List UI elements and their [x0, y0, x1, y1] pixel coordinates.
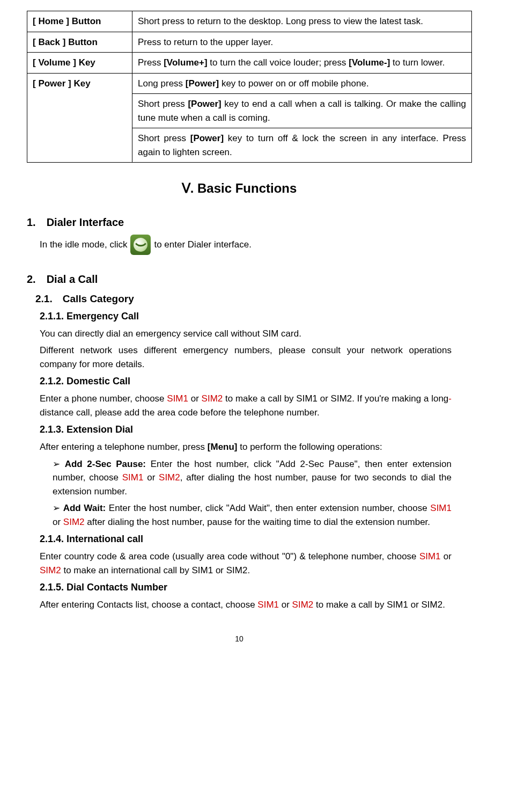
- text: to turn lower.: [390, 57, 445, 68]
- bold-text: [Volume-]: [349, 57, 390, 68]
- text: In the idle mode, click: [40, 238, 127, 252]
- text: to make an international call by SIM1 or…: [61, 565, 250, 575]
- paragraph: After entering a telephone number, press…: [40, 440, 452, 454]
- row-label: [ Home ] Button: [27, 11, 132, 32]
- table-row: [ Power ] Key Long press [Power] key to …: [27, 73, 472, 94]
- paragraph: Different network uses different emergen…: [40, 344, 452, 371]
- bullet-add-wait: ➢ Add Wait: Enter the host number, click…: [53, 501, 452, 529]
- sim1-text: SIM1: [257, 600, 279, 610]
- hyphen: -: [448, 393, 452, 404]
- row-desc: Short press [Power] key to turn off & lo…: [132, 128, 472, 163]
- text: or: [188, 393, 202, 404]
- bullet-title: Add Wait:: [63, 503, 109, 513]
- text: After entering Contacts list, choose a c…: [40, 600, 257, 610]
- heading-calls-category: 2.1. Calls Category: [35, 291, 452, 307]
- text: Short press: [138, 99, 188, 109]
- sim2-text: SIM2: [159, 472, 180, 483]
- table-row: [ Home ] Button Short press to return to…: [27, 11, 472, 32]
- row-desc: Short press to return to the desktop. Lo…: [132, 11, 472, 32]
- sim2-text: SIM2: [292, 600, 314, 610]
- text: After entering a telephone number, press: [40, 442, 208, 452]
- bullet-title: Add 2-Sec Pause:: [65, 459, 151, 469]
- text: or: [143, 472, 159, 483]
- heading-emergency-call: 2.1.1. Emergency Call: [40, 309, 452, 324]
- text: Long press: [138, 78, 186, 89]
- table-row: [ Back ] Button Press to return to the u…: [27, 32, 472, 53]
- paragraph: Enter a phone number, choose SIM1 or SIM…: [40, 392, 452, 419]
- heading-dial-contacts: 2.1.5. Dial Contacts Number: [40, 580, 452, 595]
- sim2-text: SIM2: [63, 517, 85, 527]
- table-row: [ Volume ] Key Press [Volume+] to turn t…: [27, 53, 472, 74]
- text: or: [441, 551, 452, 561]
- heading-dialer-interface: 1. Dialer Interface: [27, 214, 452, 230]
- heading-international-call: 2.1.4. International call: [40, 532, 452, 546]
- text: Press: [138, 57, 164, 68]
- sim1-text: SIM1: [430, 503, 452, 513]
- bold-text: [Power]: [190, 133, 224, 143]
- text: to perform the following operations:: [238, 442, 382, 452]
- phone-icon: [130, 235, 151, 255]
- bullet-arrow-icon: ➢: [53, 459, 60, 469]
- text: Enter country code & area code (usually …: [40, 551, 419, 561]
- row-desc: Short press [Power] key to end a call wh…: [132, 94, 472, 128]
- text: to make a call by SIM1 or SIM2. If you'r…: [223, 393, 448, 404]
- text: distance call, please add the area code …: [40, 407, 320, 418]
- bold-text: [Power]: [186, 78, 219, 89]
- text: Enter the host number, click "Add Wait",…: [109, 503, 431, 513]
- text: or: [53, 517, 63, 527]
- sim1-text: SIM1: [419, 551, 441, 561]
- bold-text: [Volume+]: [164, 57, 207, 68]
- paragraph: Enter country code & area code (usually …: [40, 550, 452, 577]
- bullet-arrow-icon: ➢: [53, 503, 60, 513]
- paragraph: You can directly dial an emergency servi…: [40, 327, 452, 341]
- text: to enter Dialer interface.: [154, 238, 251, 252]
- sim2-text: SIM2: [202, 393, 223, 404]
- heading-dial-call: 2. Dial a Call: [27, 271, 452, 287]
- sim2-text: SIM2: [40, 565, 61, 575]
- row-desc: Press to return to the upper layer.: [132, 32, 472, 53]
- row-desc: Press [Volume+] to turn the call voice l…: [132, 53, 472, 74]
- paragraph: After entering Contacts list, choose a c…: [40, 598, 452, 612]
- row-label: [ Power ] Key: [27, 73, 132, 163]
- text: after dialing the host number, pause for…: [85, 517, 431, 527]
- sim1-text: SIM1: [167, 393, 188, 404]
- row-desc: Long press [Power] key to power on or of…: [132, 73, 472, 94]
- text: to turn the call voice louder; press: [208, 57, 349, 68]
- text: Short press: [138, 133, 190, 143]
- row-label: [ Back ] Button: [27, 32, 132, 53]
- text: or: [279, 600, 292, 610]
- section-title: Ⅴ. Basic Functions: [27, 179, 452, 198]
- text: to make a call by SIM1 or SIM2.: [313, 600, 445, 610]
- text: key to power on or off mobile phone.: [219, 78, 368, 89]
- text: Enter a phone number, choose: [40, 393, 167, 404]
- sim1-text: SIM1: [122, 472, 144, 483]
- row-label: [ Volume ] Key: [27, 53, 132, 74]
- heading-domestic-call: 2.1.2. Domestic Call: [40, 374, 452, 389]
- dialer-line: In the idle mode, click to enter Dialer …: [40, 235, 452, 255]
- bold-text: [Power]: [188, 99, 221, 109]
- page-number: 10: [27, 633, 452, 645]
- heading-extension-dial: 2.1.3. Extension Dial: [40, 422, 452, 437]
- bullet-add-2sec-pause: ➢ Add 2-Sec Pause: Enter the host number…: [53, 457, 452, 499]
- buttons-table: [ Home ] Button Short press to return to…: [27, 11, 472, 163]
- bold-text: [Menu]: [208, 442, 238, 452]
